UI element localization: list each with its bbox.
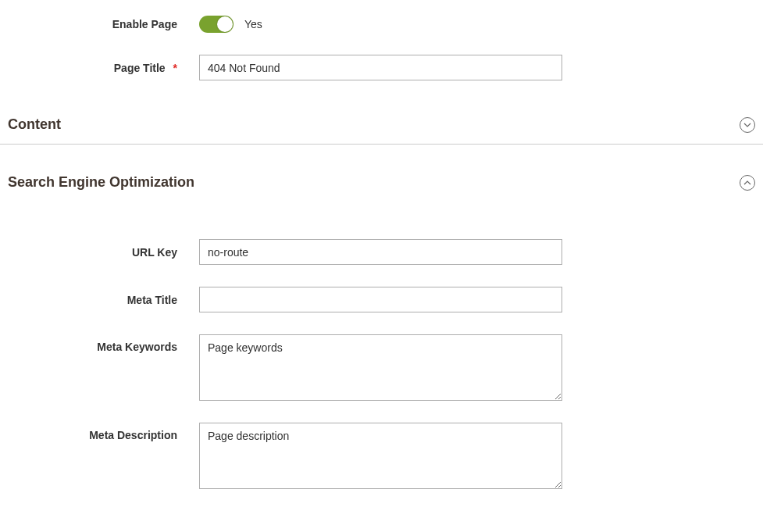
toggle-knob [217,16,233,32]
chevron-up-icon [740,175,755,191]
meta-title-input[interactable] [199,287,562,312]
meta-description-textarea[interactable] [199,423,562,489]
meta-description-label: Meta Description [8,423,199,441]
required-mark-icon: * [173,62,177,74]
meta-title-label: Meta Title [8,294,199,306]
meta-description-row: Meta Description [0,423,763,489]
enable-page-toggle[interactable] [199,16,234,33]
page-title-label: Page Title * [8,62,199,74]
enable-page-value: Yes [244,18,262,30]
url-key-label: URL Key [8,246,199,259]
enable-page-row: Enable Page Yes [0,16,763,33]
content-section-header[interactable]: Content [0,102,763,145]
general-section: Enable Page Yes Page Title * [0,8,763,80]
page-title-label-text: Page Title [114,62,166,74]
meta-keywords-textarea[interactable] [199,334,562,401]
page-title-input[interactable] [199,55,562,80]
url-key-input[interactable] [199,239,562,265]
seo-section-title: Search Engine Optimization [8,174,194,191]
meta-title-row: Meta Title [0,287,763,312]
seo-section-body: URL Key Meta Title Meta Keywords Meta De… [0,202,763,489]
meta-keywords-row: Meta Keywords [0,334,763,401]
enable-page-control: Yes [199,16,262,33]
seo-section-header[interactable]: Search Engine Optimization [0,160,763,202]
content-section-title: Content [8,116,61,133]
url-key-row: URL Key [0,239,763,265]
page-title-row: Page Title * [0,55,763,80]
enable-page-label: Enable Page [8,18,199,30]
meta-keywords-label: Meta Keywords [8,334,199,353]
chevron-down-icon [740,117,755,133]
